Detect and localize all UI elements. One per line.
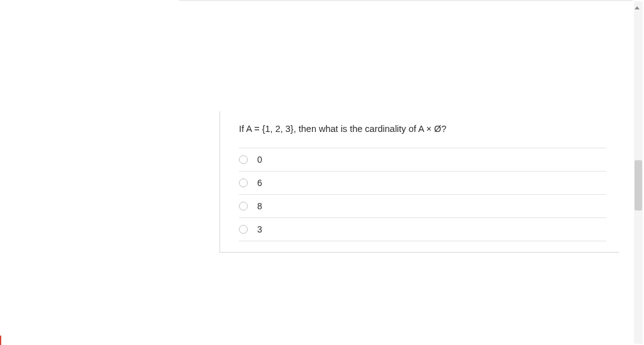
radio-icon[interactable] [239,202,248,211]
option-label: 3 [257,224,262,234]
radio-icon[interactable] [239,155,248,164]
question-card: If A = {1, 2, 3}, then what is the cardi… [219,111,619,253]
options-list: 0 6 8 3 [239,148,606,241]
radio-icon[interactable] [239,178,248,187]
option-label: 0 [257,155,262,165]
option-label: 8 [257,201,262,211]
left-marker [0,336,1,345]
scrollbar-thumb[interactable] [635,160,642,211]
option-row[interactable]: 8 [239,194,606,218]
option-row[interactable]: 6 [239,171,606,195]
header-shadow [179,0,633,1]
option-label: 6 [257,178,262,188]
option-row[interactable]: 0 [239,148,606,172]
scroll-up-arrow-icon[interactable] [635,6,640,9]
radio-icon[interactable] [239,225,248,234]
option-row[interactable]: 3 [239,217,606,241]
question-text: If A = {1, 2, 3}, then what is the cardi… [220,123,619,148]
